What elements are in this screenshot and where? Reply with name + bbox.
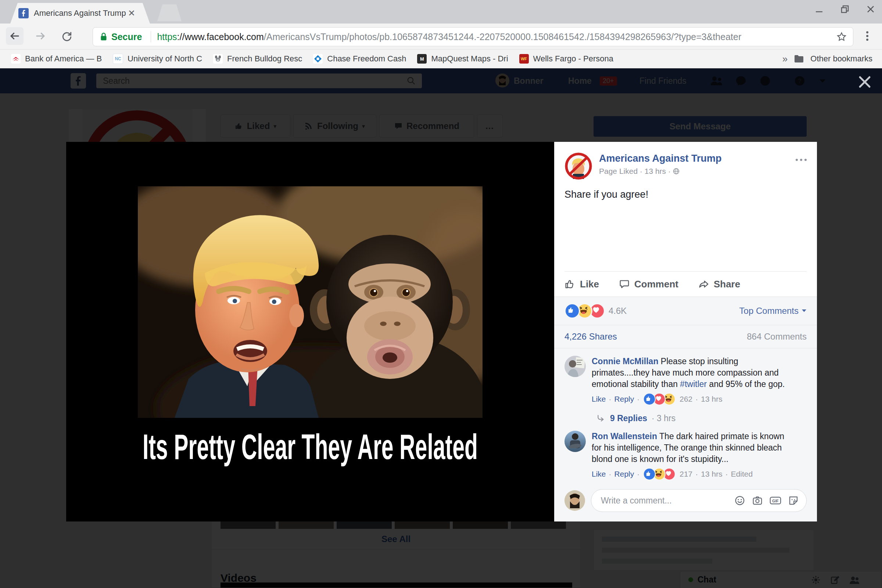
photo-stage[interactable]: Its Pretty Clear They Are Related	[66, 142, 554, 522]
commenter-name[interactable]: Connie McMillan	[592, 357, 658, 366]
dog-icon	[213, 54, 223, 64]
commenter-avatar[interactable]	[564, 431, 586, 452]
browser-menu-icon[interactable]	[858, 27, 876, 45]
comment-composer: GIF	[554, 480, 817, 522]
comment-like-link[interactable]: Like	[592, 470, 606, 478]
post-header: Americans Against Trump Page Liked · 13 …	[554, 142, 817, 180]
reply-arrow-icon	[596, 414, 606, 423]
comment-text: and 95% of the gop.	[707, 379, 784, 389]
meme-image: Its Pretty Clear They Are Related	[130, 180, 490, 497]
bookmark-chase[interactable]: Chase Freedom Cash	[313, 54, 406, 64]
comment-input[interactable]	[600, 495, 734, 506]
comment-timestamp[interactable]: 13 hrs	[701, 395, 722, 404]
secure-label: Secure	[111, 32, 142, 42]
url-scheme: https	[157, 32, 177, 42]
tab-title: Americans Against Trump	[34, 9, 126, 18]
share-comment-counts: 4,226 Shares 864 Comments	[554, 325, 817, 348]
like-thumb-icon	[564, 279, 576, 290]
like-reaction-icon[interactable]	[564, 303, 580, 319]
bookmark-mapquest[interactable]: M MapQuest Maps - Dri	[417, 54, 508, 64]
comment-bubble-icon	[619, 279, 630, 290]
url-path: /AmericansVsTrump/photos/pb.106587487345…	[264, 32, 741, 42]
meme-caption: Its Pretty Clear They Are Related	[142, 427, 478, 466]
post-options-icon[interactable]	[796, 152, 807, 161]
share-button[interactable]: Share	[698, 279, 740, 290]
like-reaction-icon	[643, 468, 656, 480]
privacy-globe-icon	[673, 168, 680, 175]
bookmark-star-icon[interactable]	[836, 31, 847, 42]
comment-reaction-count[interactable]: 217	[680, 470, 692, 478]
like-button[interactable]: Like	[564, 279, 599, 290]
comment-edited-label: Edited	[731, 470, 753, 478]
facebook-favicon	[18, 8, 28, 18]
camera-icon	[752, 495, 763, 506]
comment-connie: Connie McMillan Please stop insulting pr…	[554, 348, 817, 405]
browser-tab[interactable]: Americans Against Trump ✕	[10, 3, 150, 24]
comment-ron: Ron Wallenstein The dark haired primate …	[554, 423, 817, 480]
view-replies-row[interactable]: 9 Replies · 3 hrs	[596, 413, 817, 423]
commenter-name[interactable]: Ron Wallenstein	[592, 432, 657, 441]
svg-text:GIF: GIF	[772, 499, 778, 503]
post-panel: Americans Against Trump Page Liked · 13 …	[554, 142, 817, 522]
shares-count-link[interactable]: 4,226 Shares	[564, 332, 617, 342]
comment-reply-link[interactable]: Reply	[615, 395, 634, 404]
photo-theater: Its Pretty Clear They Are Related Americ…	[66, 142, 817, 522]
commenter-avatar[interactable]	[564, 356, 586, 377]
comment-like-link[interactable]: Like	[592, 395, 606, 404]
comment-reaction-count[interactable]: 262	[680, 395, 692, 404]
share-arrow-icon	[698, 279, 709, 290]
forward-button[interactable]	[32, 27, 49, 45]
own-avatar	[564, 490, 585, 511]
mapquest-icon: M	[417, 54, 427, 64]
omnibox-divider	[151, 31, 151, 42]
comment-sort-selector[interactable]: Top Comments	[740, 306, 807, 316]
comments-section: 4.6K Top Comments 4,226 Shares 864 Comme…	[554, 297, 817, 522]
comment-timestamp[interactable]: 13 hrs	[701, 470, 722, 478]
url-host: ://www.facebook.com	[177, 32, 264, 42]
new-tab-button[interactable]	[157, 4, 182, 21]
tab-strip: Americans Against Trump ✕	[0, 0, 882, 24]
bookmark-unc[interactable]: NC University of North C	[113, 54, 202, 64]
reactions-summary: 4.6K Top Comments	[554, 297, 817, 325]
chevron-down-icon	[801, 309, 807, 313]
replies-count-link[interactable]: 9 Replies	[610, 413, 647, 423]
post-meta: Page Liked · 13 hrs ·	[599, 167, 670, 176]
reaction-count[interactable]: 4.6K	[609, 306, 627, 316]
replies-timestamp: 3 hrs	[657, 413, 675, 423]
comment-button[interactable]: Comment	[619, 279, 678, 290]
post-text: Share if you agree!	[554, 180, 817, 200]
window-minimize-icon[interactable]	[814, 4, 824, 14]
comments-count[interactable]: 864 Comments	[747, 332, 807, 342]
post-page-name[interactable]: Americans Against Trump	[599, 152, 722, 165]
wells-fargo-icon: WF	[519, 54, 529, 64]
bank-of-america-icon	[11, 54, 21, 64]
chase-icon	[313, 54, 322, 64]
bookmark-bank-of-america[interactable]: Bank of America — B	[11, 54, 102, 64]
bookmarks-bar: Bank of America — B NC University of Nor…	[0, 50, 882, 68]
tab-close-icon[interactable]: ✕	[128, 9, 135, 18]
window-restore-icon[interactable]	[840, 4, 850, 14]
gif-icon: GIF	[770, 495, 781, 506]
sticker-icon	[788, 495, 799, 506]
page-avatar[interactable]	[564, 152, 592, 180]
comment-reply-link[interactable]: Reply	[615, 470, 634, 478]
bookmarks-overflow-chevron[interactable]: »	[782, 53, 788, 64]
address-bar[interactable]: Secure https://www.facebook.com/American…	[93, 27, 854, 46]
like-reaction-icon	[643, 393, 656, 405]
emoji-icon	[734, 495, 745, 506]
bookmark-wells-fargo[interactable]: WF Wells Fargo - Persona	[519, 54, 614, 64]
browser-toolbar: Secure https://www.facebook.com/American…	[0, 24, 882, 50]
comment-input-pill[interactable]: GIF	[591, 489, 807, 512]
bookmark-french-bulldog[interactable]: French Bulldog Resc	[213, 54, 302, 64]
hashtag-link[interactable]: #twitler	[680, 379, 707, 389]
back-button[interactable]	[6, 27, 24, 45]
unc-icon: NC	[113, 54, 123, 64]
url-text: https://www.facebook.com/AmericansVsTrum…	[157, 32, 836, 42]
theater-close-icon[interactable]	[857, 74, 873, 90]
secure-lock-icon	[99, 32, 108, 42]
browser-window: Americans Against Trump ✕ Secure htt	[0, 0, 882, 588]
other-bookmarks-label[interactable]: Other bookmarks	[810, 54, 873, 64]
window-close-icon[interactable]	[866, 4, 875, 14]
facebook-page: Bonner Home 20+ Find Friends ? Liked▾ Fo…	[0, 68, 882, 588]
reload-button[interactable]	[58, 27, 76, 45]
